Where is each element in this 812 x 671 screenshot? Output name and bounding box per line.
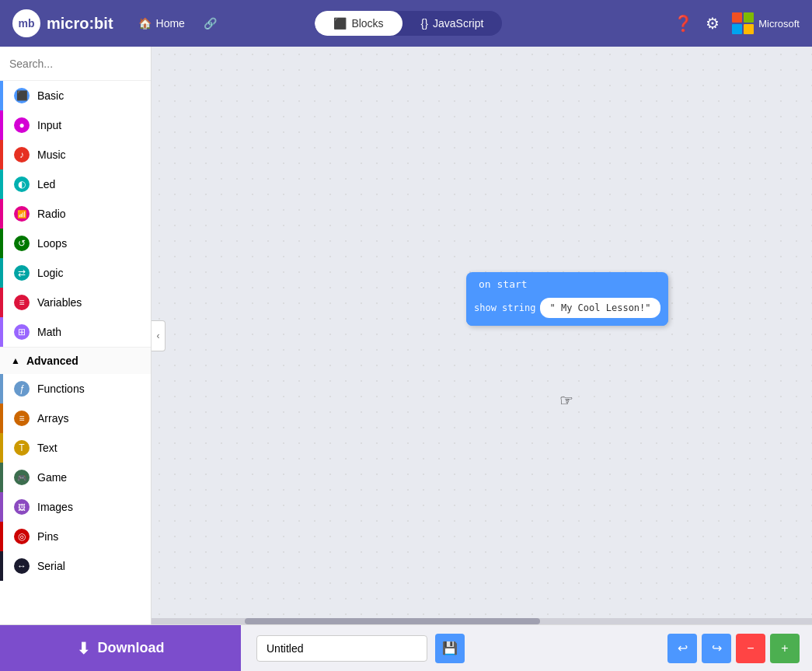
undo-icon: ↩ <box>678 641 688 655</box>
game-label: Game <box>37 471 67 484</box>
text-label: Text <box>37 442 58 454</box>
sidebar-item-music[interactable]: ♪ Music <box>0 140 151 169</box>
images-label: Images <box>37 501 73 513</box>
share-link[interactable]: 🔗 <box>197 14 223 33</box>
sidebar-item-loops[interactable]: ↺ Loops <box>0 229 151 258</box>
sidebar-item-images[interactable]: 🖼 Images <box>0 492 151 522</box>
save-icon: 💾 <box>442 641 458 655</box>
text-icon: T <box>14 440 30 456</box>
scrollbar-thumb[interactable] <box>245 618 540 624</box>
zoom-out-button[interactable]: − <box>736 634 765 663</box>
bottom-center: 💾 <box>241 634 667 663</box>
tab-group: ⬛ Blocks {} JavaScript <box>315 11 502 36</box>
js-tab-label: JavaScript <box>433 17 483 30</box>
microsoft-label: Microsoft <box>758 18 800 30</box>
block-body: show string " My Cool Lesson!" <box>466 293 668 326</box>
pins-label: Pins <box>37 530 58 543</box>
sidebar-item-radio[interactable]: 📶 Radio <box>0 199 151 229</box>
arrays-icon: ≡ <box>14 411 30 426</box>
block-value: " My Cool Lesson!" <box>549 302 650 313</box>
save-button[interactable]: 💾 <box>435 634 465 663</box>
functions-icon: ƒ <box>14 381 30 397</box>
sidebar-item-game[interactable]: 🎮 Game <box>0 463 151 492</box>
sidebar-item-math[interactable]: ⊞ Math <box>0 317 151 347</box>
sidebar-item-arrays[interactable]: ≡ Arrays <box>0 404 151 433</box>
sidebar-item-pins[interactable]: ◎ Pins <box>0 522 151 551</box>
sidebar-list: ⬛ Basic ● Input ♪ Music ◐ Led <box>0 81 151 624</box>
led-label: Led <box>37 178 55 190</box>
microsoft-logo: Microsoft <box>732 12 800 34</box>
search-input[interactable] <box>9 58 145 70</box>
sidebar-item-text[interactable]: T Text <box>0 433 151 463</box>
sidebar-item-basic[interactable]: ⬛ Basic <box>0 81 151 110</box>
advanced-divider[interactable]: ▲ Advanced <box>0 347 151 374</box>
logic-label: Logic <box>37 267 63 279</box>
cursor-indicator: ☞ <box>559 391 573 410</box>
advanced-label: Advanced <box>26 355 78 367</box>
home-icon: 🏠 <box>138 17 152 30</box>
advanced-collapse-icon: ▲ <box>11 355 20 366</box>
tab-blocks[interactable]: ⬛ Blocks <box>315 11 402 36</box>
ms-sq-blue <box>732 24 742 34</box>
block-command: show string <box>474 302 535 313</box>
music-icon: ♪ <box>14 147 30 163</box>
serial-label: Serial <box>37 560 65 572</box>
block-header-text: on start <box>479 278 528 290</box>
tab-javascript[interactable]: {} JavaScript <box>403 11 503 36</box>
sidebar-item-led[interactable]: ◐ Led <box>0 169 151 199</box>
arrays-label: Arrays <box>37 412 68 425</box>
settings-icon[interactable]: ⚙ <box>706 14 720 33</box>
canvas-area: on start show string " My Cool Lesson!" … <box>152 47 812 624</box>
sidebar: 🔍 ⬛ Basic ● Input ♪ Music <box>0 47 152 624</box>
variables-label: Variables <box>37 296 82 309</box>
images-icon: 🖼 <box>14 499 30 515</box>
horizontal-scrollbar[interactable] <box>152 618 812 624</box>
block-input[interactable]: " My Cool Lesson!" <box>540 298 660 318</box>
ms-sq-yellow <box>744 24 754 34</box>
blocks-tab-label: Blocks <box>351 17 383 30</box>
basic-icon: ⬛ <box>14 88 30 103</box>
redo-icon: ↪ <box>712 641 722 655</box>
sidebar-item-input[interactable]: ● Input <box>0 110 151 140</box>
help-icon[interactable]: ❓ <box>674 14 693 33</box>
header: mb micro:bit 🏠 Home 🔗 ⬛ Blocks {} JavaSc… <box>0 0 812 47</box>
share-icon: 🔗 <box>204 17 217 30</box>
loops-icon: ↺ <box>14 236 30 251</box>
download-icon: ⬇ <box>77 639 90 658</box>
download-button[interactable]: ⬇ Download <box>0 625 241 671</box>
bottom-controls: ↩ ↪ − + <box>667 634 812 663</box>
zoom-out-icon: − <box>747 641 754 655</box>
zoom-in-icon: + <box>781 641 788 655</box>
header-right: ❓ ⚙ Microsoft <box>674 12 800 34</box>
loops-label: Loops <box>37 237 67 250</box>
blocks-icon: ⬛ <box>333 17 347 30</box>
math-label: Math <box>37 326 61 338</box>
ms-sq-green <box>744 12 754 23</box>
home-link[interactable]: 🏠 Home <box>132 14 191 33</box>
sidebar-item-functions[interactable]: ƒ Functions <box>0 374 151 404</box>
serial-icon: ↔ <box>14 558 30 574</box>
variables-icon: ≡ <box>14 295 30 310</box>
logo: mb micro:bit <box>12 9 113 37</box>
project-name-input[interactable] <box>256 635 427 662</box>
logic-icon: ⇄ <box>14 265 30 281</box>
sidebar-item-variables[interactable]: ≡ Variables <box>0 288 151 317</box>
radio-label: Radio <box>37 208 66 220</box>
ms-squares <box>732 12 754 34</box>
basic-label: Basic <box>37 89 64 102</box>
sidebar-item-logic[interactable]: ⇄ Logic <box>0 258 151 288</box>
input-label: Input <box>37 119 61 131</box>
sidebar-toggle[interactable]: ‹ <box>152 320 166 351</box>
block-on-start[interactable]: on start show string " My Cool Lesson!" <box>466 272 668 326</box>
main-layout: 🔍 ⬛ Basic ● Input ♪ Music <box>0 47 812 624</box>
music-label: Music <box>37 149 66 161</box>
pins-icon: ◎ <box>14 529 30 544</box>
logo-icon: mb <box>12 9 40 37</box>
sidebar-item-serial[interactable]: ↔ Serial <box>0 551 151 581</box>
math-icon: ⊞ <box>14 324 30 340</box>
bottom-bar: ⬇ Download 💾 ↩ ↪ − + <box>0 624 812 671</box>
zoom-in-button[interactable]: + <box>770 634 800 663</box>
js-icon: {} <box>421 17 428 30</box>
undo-button[interactable]: ↩ <box>667 634 697 663</box>
redo-button[interactable]: ↪ <box>702 634 731 663</box>
